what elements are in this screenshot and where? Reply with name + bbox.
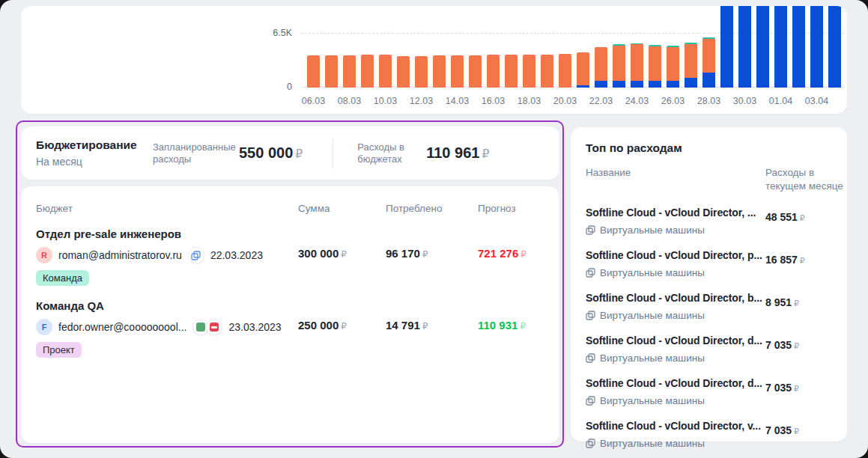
top-expense-main: Softline Cloud - vCloud Director, d...Ви…	[586, 376, 765, 406]
planned-expenses-value: 550 000₽	[239, 144, 303, 162]
chart-bar	[577, 52, 589, 88]
amount-number: 721 276	[478, 247, 518, 260]
col-header-amount: Сумма	[298, 203, 386, 214]
amount-number: 8 951	[765, 296, 792, 308]
budget-tag[interactable]: Команда	[36, 270, 89, 286]
ruble-sign: ₽	[800, 256, 805, 265]
service-subtitle: Виртуальные машины	[586, 310, 765, 321]
x-axis-tick: 26.03	[655, 96, 691, 106]
x-axis-tick: 10.03	[368, 96, 404, 106]
budget-row[interactable]: Команда QAFfedor.owner@cooooooool...23.0…	[36, 299, 544, 358]
chart-bar	[451, 55, 464, 88]
budget-expenses-label: Расходы в бюджетах	[357, 141, 419, 165]
chart-bar-segment-orange	[433, 55, 446, 88]
owner-email: fedor.owner@cooooooool...	[58, 321, 186, 333]
budget-meta: Rroman@administratorov.ru22.03.2023	[36, 247, 298, 263]
budget-tagline: Проект	[36, 342, 298, 358]
service-subtitle: Виртуальные машины	[586, 352, 765, 364]
col-header-month-expenses: Расходы в текущем месяце	[765, 166, 854, 193]
dashboard-root: 6.5K 0 06.0308.0310.0312.0314.0316.0318.…	[0, 0, 868, 458]
chart-bar-segment-blue	[667, 81, 679, 88]
budget-name: Команда QA	[36, 299, 298, 314]
amount-number: 300 000	[298, 247, 339, 260]
budget-tag[interactable]: Проект	[36, 342, 82, 358]
ruble-sign: ₽	[521, 249, 526, 259]
x-axis-tick: 18.03	[512, 96, 547, 106]
service-month-expense: 48 551₽	[765, 211, 832, 236]
budgeting-summary-card: Бюджетирование На месяц Запланированные …	[21, 126, 559, 180]
summary-divider	[333, 138, 333, 168]
chart-bar-segment-orange	[397, 56, 410, 88]
green-app-glyph	[196, 323, 205, 332]
planned-expenses-label: Запланированные расходы	[153, 141, 231, 165]
budgets-table-card: Бюджет Сумма Потреблено Прогноз Отдел pr…	[21, 186, 559, 443]
col-header-consumed: Потреблено	[386, 203, 478, 214]
x-axis-tick: 01.04	[763, 96, 799, 106]
col-header-forecast: Прогноз	[478, 203, 544, 214]
chart-bar	[738, 6, 751, 88]
amount-number: 96 170	[386, 247, 420, 260]
budget-forecast: 721 276₽	[478, 247, 544, 286]
x-axis-tick: 03.04	[799, 96, 835, 106]
chart-bar	[792, 6, 805, 88]
chart-bar	[702, 37, 715, 88]
x-axis-tick: 22.03	[583, 96, 619, 106]
ruble-sign: ₽	[341, 249, 346, 259]
amount-number: 7 035	[765, 424, 792, 436]
chart-bar-segment-orange	[505, 55, 518, 88]
chart-bar	[379, 55, 392, 88]
openstack-icon[interactable]	[206, 319, 222, 335]
chart-bar	[559, 54, 571, 88]
chart-bar	[810, 6, 823, 88]
y-axis-tick-zero: 0	[259, 82, 292, 92]
chart-bar	[487, 55, 500, 88]
service-type-label: Виртуальные машины	[600, 395, 705, 406]
amount-number: 250 000	[298, 319, 339, 332]
chart-bar-segment-orange	[307, 55, 320, 88]
top-expense-row[interactable]: Softline Cloud - vCloud Director, d...Ви…	[586, 334, 832, 364]
budgets-table-body: Отдел pre-sale инженеровRroman@administr…	[36, 227, 544, 358]
amount-number: 14 791	[386, 319, 420, 332]
chart-bar-segment-orange	[415, 56, 428, 88]
top-expense-row[interactable]: Softline Cloud - vCloud Director, b...Ви…	[586, 291, 832, 321]
chart-bar-segment-blue	[702, 73, 715, 88]
service-type-label: Виртуальные машины	[600, 225, 705, 236]
service-month-expense: 8 951₽	[765, 296, 832, 321]
top-expense-row[interactable]: Softline Cloud - vCloud Director, p...Ви…	[586, 248, 832, 278]
chart-bar-segment-blue	[720, 6, 733, 88]
copy-icon[interactable]	[188, 247, 204, 263]
chart-bar-segment-blue	[577, 85, 589, 88]
service-subtitle: Виртуальные машины	[586, 225, 765, 236]
budget-date: 23.03.2023	[228, 321, 281, 333]
chart-bar-segment-blue	[595, 81, 607, 88]
top-expense-row[interactable]: Softline Cloud - vCloud Director, d...Ви…	[586, 376, 832, 406]
service-subtitle: Виртуальные машины	[586, 267, 765, 278]
budget-name: Отдел pre-sale инженеров	[36, 227, 298, 242]
chart-bar-segment-orange	[613, 46, 625, 82]
chart-bar	[828, 6, 841, 88]
service-name: Softline Cloud - vCloud Director, v...	[586, 419, 765, 433]
chart-bar-segment-orange	[631, 44, 643, 81]
top-expenses-title: Топ по расходам	[586, 141, 832, 155]
service-subtitle: Виртуальные машины	[586, 438, 765, 449]
service-month-expense: 16 857₽	[765, 254, 832, 278]
top-expense-row[interactable]: Softline Cloud - vCloud Director, v...Ви…	[586, 419, 832, 449]
chart-bar	[756, 6, 769, 88]
x-axis-tick: 24.03	[619, 96, 655, 106]
budgeting-period[interactable]: На месяц	[36, 156, 148, 168]
chart-bar	[469, 55, 482, 88]
budget-forecast: 110 931₽	[478, 319, 544, 358]
chart-bar	[343, 55, 356, 88]
chart-plot: 06.0308.0310.0312.0314.0316.0318.0320.03…	[307, 6, 847, 114]
budgets-table-header: Бюджет Сумма Потреблено Прогноз	[36, 203, 544, 214]
chart-bar-segment-orange	[361, 55, 374, 88]
top-expenses-card: Топ по расходам Название Расходы в текущ…	[571, 127, 847, 442]
chart-bar-segment-orange	[451, 55, 464, 88]
chart-bar-segment-orange	[667, 47, 679, 81]
top-expense-main: Softline Cloud - vCloud Director, b...Ви…	[586, 291, 765, 321]
top-expense-row[interactable]: Softline Cloud - vCloud Director, ...Вир…	[586, 206, 832, 236]
chart-bar	[685, 43, 697, 88]
budget-row[interactable]: Отдел pre-sale инженеровRroman@administr…	[36, 227, 544, 286]
avatar: F	[36, 319, 52, 335]
chart-bar	[307, 55, 320, 88]
